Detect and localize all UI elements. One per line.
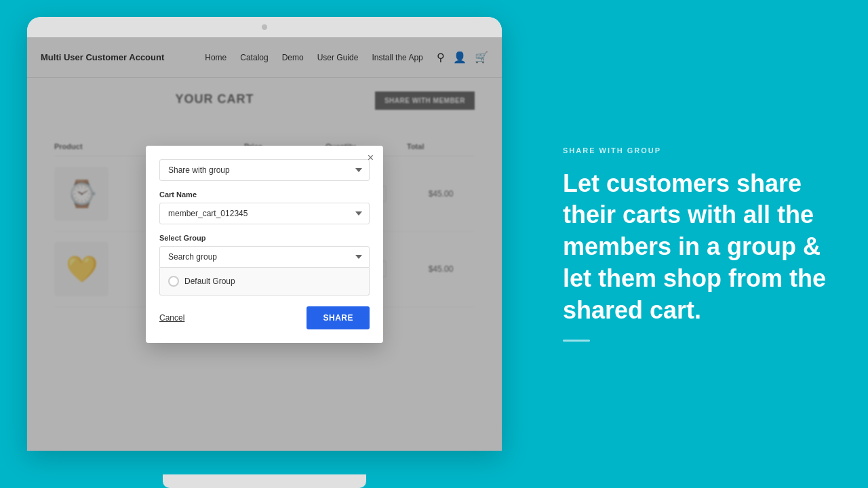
right-label: SHARE WITH GROUP — [563, 146, 834, 155]
cancel-button[interactable]: Cancel — [159, 313, 184, 323]
group-option-default: Default Group — [168, 273, 361, 289]
modal-actions: Cancel SHARE — [159, 306, 370, 329]
laptop-frame: Multi User Customer Account Home Catalog… — [27, 17, 502, 451]
browser-content: Multi User Customer Account Home Catalog… — [27, 37, 502, 451]
modal-close-button[interactable]: × — [368, 152, 374, 163]
group-dropdown-list: Default Group — [159, 268, 370, 296]
default-group-label: Default Group — [184, 277, 235, 286]
left-panel: Multi User Customer Account Home Catalog… — [0, 0, 529, 488]
share-type-dropdown[interactable]: Share with group — [159, 159, 370, 181]
laptop-camera — [262, 24, 267, 30]
cart-name-dropdown[interactable]: member_cart_012345 — [159, 203, 370, 224]
search-group-dropdown[interactable]: Search group — [159, 246, 370, 268]
share-button[interactable]: SHARE — [307, 306, 370, 329]
laptop-top-bar — [27, 17, 502, 37]
default-group-radio[interactable] — [168, 276, 179, 287]
modal-overlay: × Share with group Cart Name member_cart… — [27, 37, 502, 451]
laptop-stand — [163, 474, 366, 488]
select-group-label: Select Group — [159, 234, 370, 242]
right-panel: SHARE WITH GROUP Let customers share the… — [529, 0, 868, 488]
right-divider — [563, 340, 590, 342]
share-group-modal: × Share with group Cart Name member_cart… — [146, 146, 383, 343]
cart-name-label: Cart Name — [159, 190, 370, 199]
right-heading: Let customers share their carts with all… — [563, 168, 834, 327]
group-search-container: Search group Default Group — [159, 246, 370, 296]
